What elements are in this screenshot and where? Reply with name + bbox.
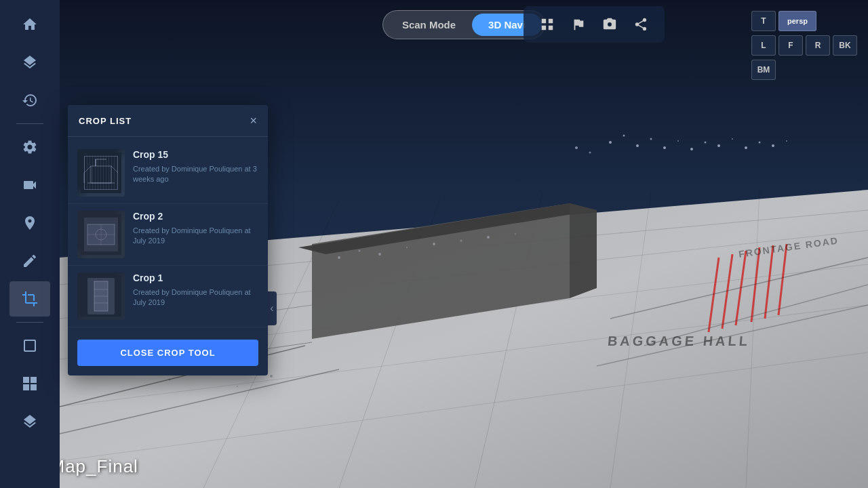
crop-thumb-svg-15 (81, 152, 121, 193)
svg-point-35 (433, 243, 435, 245)
svg-point-24 (732, 138, 733, 140)
svg-point-29 (589, 152, 591, 154)
crop-info-2: Crop 2 Created by Dominique Pouliquen at… (133, 211, 258, 247)
crop-thumb-svg-1 (81, 276, 121, 317)
svg-point-22 (705, 142, 707, 144)
crop-thumb-inner-2 (77, 211, 125, 258)
sidebar-item-crop[interactable] (9, 281, 50, 317)
flag-button[interactable] (566, 12, 591, 37)
sidebar-item-stack[interactable] (9, 404, 50, 439)
crop-name-15: Crop 15 (133, 149, 258, 160)
svg-line-60 (84, 166, 91, 173)
svg-point-18 (650, 138, 652, 140)
sidebar (0, 0, 60, 488)
svg-point-36 (460, 240, 462, 242)
view-btn-t[interactable]: T (751, 11, 776, 31)
sidebar-divider-2 (16, 322, 43, 323)
sidebar-divider-1 (16, 123, 43, 124)
sidebar-item-settings[interactable] (9, 129, 50, 165)
svg-point-43 (270, 375, 273, 378)
crop-name-2: Crop 2 (133, 211, 258, 222)
svg-point-37 (487, 236, 490, 239)
svg-point-34 (406, 247, 408, 248)
sidebar-item-group[interactable] (9, 366, 50, 401)
view-row-bot: BM (751, 60, 857, 80)
topbar: Scan Mode 3D Navi (60, 0, 868, 49)
view-btn-bk[interactable]: BK (833, 35, 857, 56)
svg-marker-14 (570, 203, 597, 298)
grid-view-button[interactable] (534, 12, 560, 37)
svg-rect-59 (91, 166, 111, 183)
svg-point-26 (759, 142, 761, 144)
view-btn-persp[interactable]: persp (778, 11, 816, 31)
svg-point-19 (663, 146, 666, 149)
crop-thumbnail-2 (77, 211, 125, 258)
crop-panel-close-button[interactable]: × (250, 115, 257, 127)
sidebar-item-home[interactable] (9, 7, 50, 42)
sidebar-item-frames[interactable] (9, 328, 50, 363)
crop-thumb-inner-1 (77, 272, 125, 320)
svg-rect-66 (87, 224, 115, 245)
view-row-top: T persp (751, 11, 857, 31)
crop-meta-15: Created by Dominique Pouliquen at 3 week… (133, 164, 258, 185)
baggage-hall-text: BAGGAGE HALL (607, 333, 751, 348)
view-controls: T persp L F R BK BM (751, 11, 857, 80)
svg-point-27 (772, 144, 774, 147)
crop-panel-title: CROP LIST (79, 116, 132, 126)
svg-point-17 (636, 144, 639, 147)
crop-panel-header: CROP LIST × (68, 105, 268, 137)
crop-info-1: Crop 1 Created by Dominique Pouliquen at… (133, 272, 258, 308)
close-crop-tool-button[interactable]: CLOSE CROP TOOL (77, 340, 258, 366)
svg-point-38 (515, 233, 516, 235)
view-btn-bm[interactable]: BM (751, 60, 776, 80)
svg-point-67 (96, 229, 106, 240)
svg-rect-71 (94, 281, 108, 311)
view-row-mid: L F R BK (751, 35, 857, 56)
crop-thumbnail-1 (77, 272, 125, 320)
svg-point-21 (690, 148, 693, 150)
crop-thumbnail-15 (77, 149, 125, 197)
view-btn-l[interactable]: L (751, 35, 776, 56)
crop-thumb-inner-15 (77, 149, 125, 197)
svg-point-42 (237, 386, 238, 387)
crop-name-1: Crop 1 (133, 272, 258, 283)
scan-mode-button[interactable]: Scan Mode (386, 14, 472, 36)
crop-meta-2: Created by Dominique Pouliquen at July 2… (133, 226, 258, 247)
svg-point-30 (575, 146, 578, 149)
svg-point-31 (338, 256, 340, 259)
sidebar-item-layers[interactable] (9, 45, 50, 80)
sidebar-item-video[interactable] (9, 167, 50, 203)
camera-button[interactable] (597, 12, 623, 37)
crop-meta-1: Created by Dominique Pouliquen at July 2… (133, 287, 258, 308)
svg-point-28 (786, 140, 787, 142)
sidebar-item-location[interactable] (9, 205, 50, 241)
sidebar-item-edit[interactable] (9, 243, 50, 279)
svg-point-25 (745, 146, 747, 149)
crop-thumb-svg-2 (81, 214, 121, 255)
mode-toggle: Scan Mode 3D Navi (382, 10, 545, 39)
svg-rect-57 (81, 152, 121, 193)
sidebar-item-history[interactable] (9, 83, 50, 118)
topbar-actions (524, 6, 665, 43)
crop-item-15[interactable]: Crop 15 Created by Dominique Pouliquen a… (68, 142, 268, 204)
crop-panel: CROP LIST × (68, 105, 268, 375)
crop-info-15: Crop 15 Created by Dominique Pouliquen a… (133, 149, 258, 185)
view-btn-r[interactable]: R (806, 35, 830, 56)
crop-list: Crop 15 Created by Dominique Pouliquen a… (68, 137, 268, 333)
svg-line-61 (111, 166, 118, 173)
share-button[interactable] (628, 12, 654, 37)
crop-item-1[interactable]: Crop 1 Created by Dominique Pouliquen at… (68, 266, 268, 327)
svg-rect-65 (81, 214, 121, 255)
view-btn-f[interactable]: F (778, 35, 803, 56)
panel-collapse-handle[interactable] (267, 291, 277, 325)
svg-point-16 (623, 135, 625, 137)
svg-point-32 (359, 250, 361, 252)
svg-point-20 (677, 140, 679, 142)
svg-rect-70 (81, 276, 121, 317)
svg-point-15 (609, 141, 612, 144)
svg-point-33 (378, 253, 381, 256)
svg-point-23 (717, 144, 720, 147)
crop-item-2[interactable]: Crop 2 Created by Dominique Pouliquen at… (68, 204, 268, 266)
